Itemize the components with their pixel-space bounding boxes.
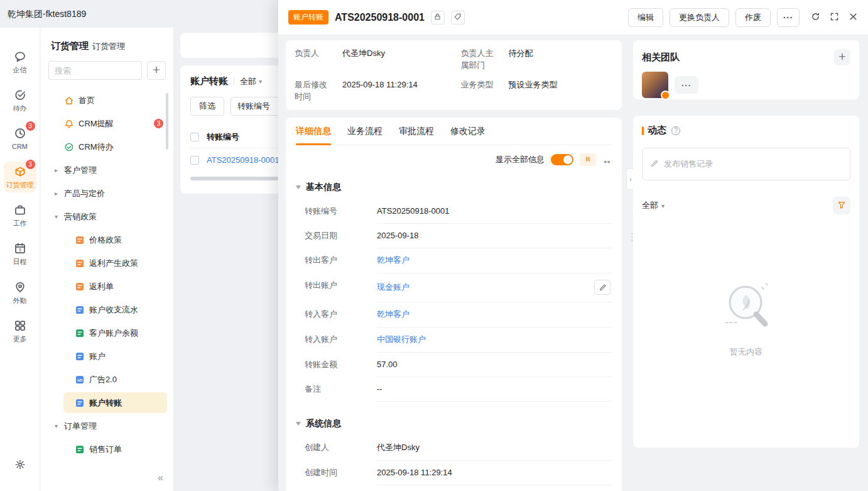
rail-item-todo[interactable]: 待办 — [4, 85, 36, 116]
field-trade-date: 交易日期2025-09-18 — [296, 224, 612, 248]
window-icons — [811, 12, 858, 23]
tab-approval-flow[interactable]: 审批流程 — [399, 118, 434, 145]
invalidate-button[interactable]: 作废 — [735, 8, 771, 27]
expand-width-button[interactable]: ↔ — [602, 155, 612, 165]
clock-icon — [14, 127, 26, 141]
sidebar: 订货管理 订货管理 首页CRM提醒3CRM待办▸客户管理▸产品与定价▾营销政策价… — [40, 28, 173, 491]
edit-button[interactable]: 编辑 — [628, 8, 663, 27]
sidebar-item-home[interactable]: 首页 — [41, 89, 173, 112]
record-link[interactable]: ATS20250918-0001 — [207, 155, 279, 165]
edit-field-button[interactable] — [594, 280, 610, 295]
team-more-button[interactable]: ··· — [675, 76, 698, 94]
rail-item-more[interactable]: 更多 — [4, 316, 36, 346]
fullscreen-button[interactable] — [830, 12, 839, 23]
lock-button[interactable] — [431, 11, 445, 25]
more-icon: ··· — [783, 13, 793, 22]
chevron-down-icon[interactable]: ▾ — [55, 213, 64, 220]
feed-card: 动态 ? 发布销售记录 全部 ▾ — [633, 116, 859, 448]
close-button[interactable] — [849, 12, 858, 23]
add-team-member-button[interactable] — [834, 49, 850, 65]
section-header-basic-info[interactable]: 基本信息 — [296, 175, 612, 199]
sidebar-item-crm-remind[interactable]: CRM提醒3 — [41, 112, 173, 135]
sidebar-scrollbar[interactable] — [166, 93, 168, 150]
rail-item-work[interactable]: 工作 — [4, 200, 36, 231]
rail-item-crm[interactable]: CRM3 — [4, 123, 36, 154]
doc-icon — [75, 282, 85, 292]
sidebar-item-crm-todo[interactable]: CRM待办 — [41, 135, 173, 158]
filter-button[interactable]: 筛选 — [190, 97, 224, 116]
field-out-customer: 转出客户乾坤客户 — [296, 248, 612, 273]
section-header-system-info[interactable]: 系统信息 — [296, 412, 612, 436]
field-value[interactable]: 中国银行账户 — [377, 334, 426, 345]
feed-filter-button[interactable] — [833, 197, 850, 214]
chevron-right-icon[interactable]: ▸ — [55, 190, 64, 197]
pause-icon — [584, 155, 592, 165]
view-scope-dropdown[interactable]: 全部 ▾ — [240, 76, 262, 87]
home-icon — [64, 96, 74, 106]
more-actions-button[interactable]: ··· — [777, 8, 800, 27]
add-button[interactable] — [147, 61, 166, 80]
change-owner-button[interactable]: 更换负责人 — [670, 8, 729, 27]
summary-owner-dept: 负责人主属部门待分配 — [461, 48, 614, 72]
field-value[interactable]: 乾坤客户 — [377, 255, 410, 266]
sidebar-item-price-policy[interactable]: 价格政策 — [41, 228, 173, 251]
team-card: 相关团队 ··· — [633, 40, 859, 99]
chevron-right-icon[interactable]: ▸ — [55, 167, 64, 174]
tab-biz-flow[interactable]: 业务流程 — [347, 118, 382, 145]
sidebar-item-account-transfer[interactable]: 账户转账 — [41, 391, 173, 414]
sidebar-item-ad2[interactable]: AD广告2.0 — [41, 368, 173, 391]
field-last-modifier: 最后修改人代圣坤Dsky — [296, 485, 612, 491]
section-basic-info: 基本信息转账编号ATS20250918-0001交易日期2025-09-18转出… — [296, 175, 612, 402]
badge: 3 — [154, 119, 163, 128]
detail-card: 详细信息业务流程审批流程修改记录 显示全部信息 ↔ 基本信息转账编号ATS202… — [286, 118, 622, 491]
summary-biz-type: 业务类型预设业务类型 — [461, 79, 614, 103]
summary-owner: 负责人代圣坤Dsky — [295, 48, 447, 72]
sidebar-item-product-pricing[interactable]: ▸产品与定价 — [41, 182, 173, 205]
rail-item-field-work[interactable]: 外勤 — [4, 277, 36, 308]
tab-change-log[interactable]: 修改记录 — [450, 118, 486, 145]
tag-button[interactable] — [451, 11, 465, 25]
field-value[interactable]: 现金账户 — [377, 282, 410, 293]
rail-item-qixin[interactable]: 企信 — [4, 47, 36, 77]
field-creator: 创建人代圣坤Dsky — [296, 436, 612, 461]
refresh-button[interactable] — [811, 12, 820, 23]
sidebar-item-account[interactable]: 账户 — [41, 345, 173, 368]
tag-icon — [453, 13, 462, 23]
collapse-sidebar-button[interactable]: « — [158, 472, 163, 483]
field-create-time: 创建时间2025-09-18 11:29:14 — [296, 461, 612, 485]
feed-scope-dropdown[interactable]: 全部 ▾ — [642, 200, 665, 211]
publish-placeholder: 发布销售记录 — [664, 158, 713, 170]
doc-icon — [75, 398, 85, 408]
pin-icon — [14, 281, 26, 295]
settings-button[interactable] — [14, 459, 26, 472]
sidebar-item-sales-order[interactable]: 销售订单 — [41, 438, 173, 461]
sidebar-item-customer-mgmt[interactable]: ▸客户管理 — [41, 158, 173, 182]
select-all-checkbox[interactable] — [190, 133, 199, 141]
horizontal-scrollbar[interactable] — [190, 177, 278, 180]
row-checkbox[interactable] — [190, 156, 199, 165]
chevron-down-icon[interactable]: ▾ — [55, 422, 64, 429]
pause-button[interactable] — [580, 153, 596, 166]
sidebar-item-marketing-policy[interactable]: ▾营销政策 — [41, 205, 173, 228]
sidebar-item-rebate-order[interactable]: 返利单 — [41, 275, 173, 298]
collapse-triangle-icon — [296, 185, 301, 189]
sidebar-item-order-manage[interactable]: ▾订单管理 — [41, 414, 173, 438]
rail-item-schedule[interactable]: 5日程 — [4, 238, 36, 269]
sidebar-item-customer-balance[interactable]: 客户账户余额 — [41, 321, 173, 345]
search-input[interactable] — [48, 61, 142, 80]
pencil-icon — [650, 159, 659, 170]
help-icon[interactable]: ? — [671, 126, 680, 135]
sidebar-item-rebate-gen-policy[interactable]: 返利产生政策 — [41, 251, 173, 275]
tab-detail-info[interactable]: 详细信息 — [296, 118, 331, 145]
doc-icon — [75, 305, 85, 315]
sidebar-item-account-flow[interactable]: 账户收支流水 — [41, 298, 173, 321]
briefcase-icon — [14, 204, 26, 218]
badge: 3 — [26, 160, 35, 169]
publish-input[interactable]: 发布销售记录 — [642, 148, 850, 180]
nav-rail-items: 企信待办CRM3订货管理3工作5日程外勤更多 — [0, 28, 40, 346]
rail-item-order-mgmt[interactable]: 订货管理3 — [4, 162, 36, 192]
avatar[interactable] — [642, 72, 668, 98]
show-all-toggle[interactable] — [551, 154, 573, 165]
field-value[interactable]: 乾坤客户 — [377, 309, 410, 320]
field-value: 2025-09-18 — [377, 231, 419, 240]
